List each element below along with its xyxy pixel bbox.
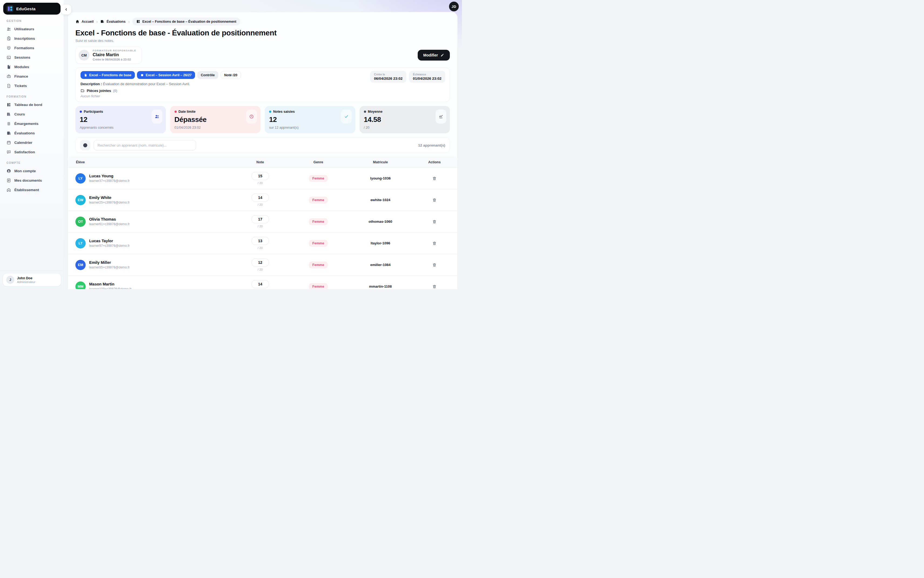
trainer-name: Claire Martin: [93, 52, 136, 57]
app-logo-icon: [6, 5, 13, 12]
sidebar-item-label: Tickets: [14, 84, 27, 88]
student-email: learner25+c39876@demo.fr: [89, 201, 130, 205]
stat-icon: [152, 109, 162, 123]
delete-button[interactable]: [430, 240, 438, 247]
stat-subtext: 01/04/2026 23:02: [175, 126, 256, 130]
note-cell: 14 / 20: [233, 193, 287, 206]
sidebar-item[interactable]: Établissement: [3, 185, 61, 194]
note-input[interactable]: 15: [252, 172, 269, 180]
sidebar-item[interactable]: Évaluations: [3, 129, 61, 138]
sidebar-item-label: Tableau de bord: [14, 103, 42, 107]
sidebar-item-label: Calendrier: [14, 141, 32, 144]
stat-subtext: / 20: [364, 126, 446, 130]
session-badge[interactable]: Excel – Session Avril – 26/27: [137, 71, 195, 79]
sidebar-item-icon: [6, 102, 11, 107]
student-matricule: ewhite-1024: [350, 198, 411, 202]
folder-icon: [81, 89, 84, 93]
user-role: Administrateur: [17, 280, 36, 284]
note-cell: 12 / 20: [233, 258, 287, 271]
search-icon-button[interactable]: [80, 140, 90, 150]
actions-cell: [411, 218, 457, 226]
actions-cell: [411, 196, 457, 204]
sidebar-item[interactable]: Mon compte: [3, 167, 61, 175]
sidebar-item-icon: [6, 122, 11, 126]
trash-icon: [432, 176, 437, 180]
student-name: Emily White: [89, 195, 130, 200]
student-avatar: EM: [75, 260, 86, 270]
main-panel: Accueil › Évaluations › Excel – Fonction…: [68, 12, 458, 289]
search-input[interactable]: [94, 140, 196, 150]
note-input[interactable]: 17: [252, 215, 269, 223]
sidebar-item-label: Émargements: [14, 122, 38, 126]
student-cell: LT Lucas Taylor learner97+c39876@demo.fr: [68, 238, 233, 248]
sidebar-item[interactable]: Tickets: [3, 81, 61, 90]
sidebar-item[interactable]: Cours: [3, 110, 61, 119]
sidebar-item-icon: [6, 46, 11, 50]
pencil-icon: [440, 53, 444, 57]
sidebar-item[interactable]: Sessions: [3, 53, 61, 62]
breadcrumb-separator: ›: [96, 19, 97, 24]
sidebar-item[interactable]: Finance: [3, 72, 61, 81]
search-icon: [83, 143, 87, 147]
sidebar-item-label: Inscriptions: [14, 36, 35, 41]
genre-cell: Femme: [287, 218, 350, 225]
delete-button[interactable]: [430, 196, 438, 204]
table-row: OT Olivia Thomas learner61+c39876@demo.f…: [68, 211, 457, 232]
student-email: learner97+c39876@demo.fr: [89, 244, 130, 248]
edit-button[interactable]: Modifier: [418, 50, 450, 60]
sidebar-item[interactable]: Mes documents: [3, 176, 61, 185]
delete-button[interactable]: [430, 261, 438, 269]
breadcrumb-home[interactable]: Accueil: [75, 19, 94, 24]
sidebar-item[interactable]: Utilisateurs: [3, 24, 61, 34]
topbar-user-avatar[interactable]: JD: [449, 2, 459, 11]
student-email: learner85+c39876@demo.fr: [89, 265, 130, 269]
student-cell: OT Olivia Thomas learner61+c39876@demo.f…: [68, 216, 233, 227]
layout-grid-icon: [136, 19, 140, 24]
stat-value: 14.58: [364, 115, 446, 124]
session-badge-label: Excel – Session Avril – 26/27: [146, 73, 191, 77]
note-input[interactable]: 14: [252, 193, 269, 202]
chevron-left-icon: [64, 8, 68, 11]
search-bar-card: 12 apprenant(s): [75, 137, 450, 153]
app-logo[interactable]: EduGesta: [3, 3, 60, 15]
note-input[interactable]: 13: [252, 237, 269, 245]
course-badge[interactable]: Excel – Fonctions de base: [81, 71, 135, 79]
note-max-label: / 20: [258, 246, 263, 250]
stat-card: Participants 12 Apprenants concernés: [75, 106, 166, 133]
sidebar-item[interactable]: Émargements: [3, 119, 61, 128]
sidebar-collapse-button[interactable]: [61, 4, 71, 15]
sidebar-item-icon: [6, 74, 11, 79]
breadcrumb-evaluations-label: Évaluations: [107, 20, 125, 24]
sidebar-user-card[interactable]: J John Doe Administrateur: [3, 273, 61, 286]
sidebar-item[interactable]: Satisfaction: [3, 148, 61, 156]
table-header: Élève Note Genre Matricule Actions: [68, 157, 457, 167]
trash-icon: [432, 263, 437, 267]
sidebar-item-label: Mes documents: [14, 179, 42, 182]
note-cell: 15 / 20: [233, 172, 287, 185]
sidebar-item[interactable]: Formations: [3, 44, 61, 52]
sidebar-item-icon: [6, 84, 11, 88]
sidebar-item-icon: [6, 188, 11, 192]
breadcrumb-evaluations[interactable]: Évaluations: [100, 19, 125, 24]
delete-button[interactable]: [430, 283, 438, 289]
note-input[interactable]: 14: [252, 280, 269, 288]
sidebar-item[interactable]: Modules: [3, 62, 61, 71]
sidebar-item-icon: [6, 150, 11, 154]
sidebar-item[interactable]: Inscriptions: [3, 34, 61, 43]
sidebar-item[interactable]: Calendrier: [3, 138, 61, 147]
sidebar-item-label: Évaluations: [14, 131, 35, 135]
genre-cell: Femme: [287, 175, 350, 182]
delete-button[interactable]: [430, 175, 438, 182]
page-title: Excel - Fonctions de base - Évaluation d…: [75, 29, 450, 37]
note-input[interactable]: 12: [252, 258, 269, 266]
stat-dot: [269, 110, 271, 113]
breadcrumb-current[interactable]: Excel – Fonctions de base – Évaluation d…: [133, 18, 240, 25]
sidebar-item[interactable]: Tableau de bord: [3, 100, 61, 109]
student-cell: MM Mason Martin learner109+c39876@demo.f…: [68, 281, 233, 289]
genre-badge: Femme: [309, 283, 328, 289]
stat-header: Notes saisies: [269, 110, 351, 114]
sidebar-item-label: Modules: [14, 65, 29, 69]
table-row: LY Lucas Young learner37+c39876@demo.fr …: [68, 167, 457, 189]
delete-button[interactable]: [430, 218, 438, 226]
due-date-label: Échéance: [413, 73, 442, 76]
